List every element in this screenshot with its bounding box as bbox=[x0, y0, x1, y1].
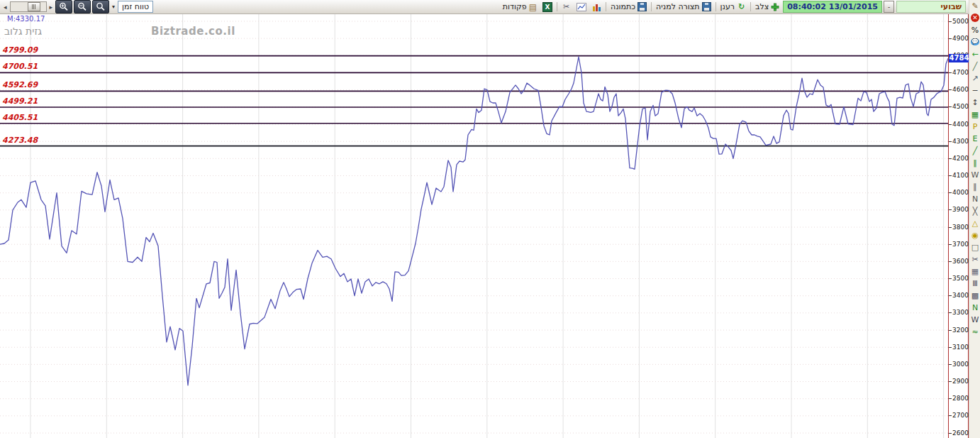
horizontal-line-icon[interactable]: ─ bbox=[970, 84, 980, 97]
levels-icon[interactable]: E bbox=[970, 133, 980, 145]
chart-scrollbar-thumb[interactable] bbox=[28, 2, 40, 11]
axis-tick-label: 4400 bbox=[952, 121, 969, 128]
axis-tick bbox=[949, 261, 952, 262]
zigzag2-icon[interactable]: N bbox=[970, 193, 980, 205]
triangle-icon[interactable]: △ bbox=[970, 217, 980, 229]
floppy-icon bbox=[637, 2, 647, 11]
zigzag-icon[interactable]: W bbox=[970, 169, 980, 181]
trendline-icon[interactable]: ╱ bbox=[970, 60, 980, 72]
axis-tick bbox=[949, 209, 952, 210]
comment-icon[interactable]: 💬 bbox=[971, 38, 979, 45]
channel-icon[interactable]: ∥ bbox=[970, 181, 980, 193]
commands-button[interactable]: ▤ פקודות bbox=[501, 1, 539, 13]
axis-tick-label: 3000 bbox=[952, 361, 969, 368]
axis-tick-label: 4700 bbox=[952, 69, 969, 76]
eraser-icon[interactable]: ✂ bbox=[970, 253, 980, 265]
drawing-tools-toolbar: ✎✕%💬←╱↗─↕▦PE╱‖W∥N╳△◉□✂▦Ⅲ▩NW≈ bbox=[969, 0, 980, 438]
zigzag-green-icon[interactable]: N bbox=[970, 302, 980, 314]
zoom-dropdown-button[interactable]: ▾ bbox=[111, 4, 116, 10]
level-label: 4799.09 bbox=[2, 45, 38, 55]
chart-scrollbar[interactable] bbox=[10, 1, 47, 12]
separator bbox=[651, 2, 652, 11]
scroll-right-button[interactable]: ▸ bbox=[48, 1, 55, 13]
axis-tick bbox=[949, 192, 952, 193]
chart-area[interactable]: M:4330.17 גזית גלוב Biztrade.co.il 4799.… bbox=[0, 14, 948, 438]
zoom-out-icon bbox=[77, 2, 87, 11]
back-arrow-icon[interactable]: ← bbox=[970, 48, 980, 60]
axis-tick-label: 5000 bbox=[952, 18, 969, 25]
percent-icon[interactable]: % bbox=[970, 24, 980, 36]
axis-tick bbox=[949, 433, 952, 434]
chart-title: גזית גלוב bbox=[4, 26, 42, 37]
cursor-value: M:4330.17 bbox=[7, 15, 45, 23]
axis-tick-label: 3400 bbox=[952, 292, 969, 299]
axis-tick-label: 3500 bbox=[952, 275, 969, 282]
separator bbox=[606, 2, 606, 11]
pivot-icon[interactable]: P bbox=[970, 121, 980, 133]
wave-icon[interactable]: ≈ bbox=[970, 326, 980, 338]
ellipse-icon[interactable]: ◉ bbox=[970, 229, 980, 241]
axis-tick-label: 2900 bbox=[952, 378, 969, 385]
line-chart-button[interactable] bbox=[574, 1, 589, 13]
refresh-button[interactable]: ↻ רענן bbox=[718, 1, 749, 13]
scissors-icon: ✂ bbox=[562, 2, 571, 11]
axis-tick bbox=[949, 175, 952, 176]
fibonacci-icon[interactable]: ╱ bbox=[970, 145, 980, 157]
time-range-field[interactable]: טווח זמן bbox=[118, 1, 153, 13]
bar-chart-button[interactable] bbox=[590, 1, 603, 13]
zoom-in-button[interactable] bbox=[55, 0, 72, 13]
close-icon[interactable]: ✕ bbox=[971, 13, 979, 22]
pencil-icon[interactable]: ✎ bbox=[970, 0, 980, 12]
ray-icon[interactable]: ↗ bbox=[970, 72, 980, 84]
axis-tick bbox=[949, 89, 952, 90]
interval-combobox[interactable]: שבועי - bbox=[884, 1, 966, 13]
magnifier-icon bbox=[96, 2, 106, 11]
axis-tick-label: 4000 bbox=[952, 189, 969, 196]
axis-tick bbox=[949, 244, 952, 245]
axis-tick bbox=[949, 295, 952, 296]
axis-tick bbox=[949, 398, 952, 399]
axis-tick-label: 4200 bbox=[952, 155, 969, 162]
price-chart bbox=[0, 14, 948, 438]
axis-tick bbox=[949, 38, 952, 39]
price-axis[interactable]: 5000490048004700460045004400430042004100… bbox=[948, 14, 969, 438]
rectangle-icon[interactable]: □ bbox=[970, 241, 980, 253]
axis-tick bbox=[949, 381, 952, 382]
separator bbox=[557, 2, 557, 11]
crosshair-button[interactable]: צלב bbox=[753, 1, 781, 13]
axis-tick bbox=[949, 141, 952, 142]
zoom-out-button[interactable] bbox=[74, 0, 91, 13]
zoom-in-icon bbox=[59, 2, 69, 11]
interval-dropdown-button[interactable]: - bbox=[884, 1, 894, 13]
zoom-reset-button[interactable] bbox=[92, 0, 109, 13]
axis-tick bbox=[949, 124, 952, 125]
tools-button[interactable]: ✂ bbox=[559, 1, 573, 13]
save-as-image-button[interactable]: כתמונה bbox=[608, 1, 649, 13]
table-icon[interactable]: ▦ bbox=[970, 109, 980, 121]
export-excel-button[interactable]: X bbox=[540, 1, 555, 13]
volume-bars-icon[interactable]: ‖ bbox=[970, 157, 980, 169]
axis-tick-label: 2800 bbox=[952, 395, 969, 402]
axis-tick bbox=[949, 106, 952, 107]
save-stock-config-button[interactable]: תצורה למניה bbox=[654, 1, 713, 13]
level-label: 4273.48 bbox=[2, 136, 38, 145]
level-label: 4499.21 bbox=[2, 97, 38, 106]
cross-lines-icon[interactable]: ╳ bbox=[970, 205, 980, 217]
refresh-icon: ↻ bbox=[737, 2, 746, 11]
axis-tick-label: 4600 bbox=[952, 86, 969, 93]
axis-tick bbox=[949, 364, 952, 365]
bars-icon[interactable]: Ⅲ bbox=[970, 278, 980, 290]
vertical-line-icon[interactable]: ↕ bbox=[970, 97, 980, 109]
separator bbox=[715, 2, 716, 11]
save-as-image-label: כתמונה bbox=[611, 2, 635, 11]
level-label: 4405.51 bbox=[2, 113, 38, 122]
axis-tick-label: 2700 bbox=[952, 412, 969, 419]
pattern-icon[interactable]: ▩ bbox=[970, 290, 980, 302]
refresh-label: רענן bbox=[720, 2, 735, 11]
zigzag-w-icon[interactable]: W bbox=[970, 314, 980, 326]
plus-icon bbox=[771, 3, 779, 11]
grid-icon[interactable]: ▦ bbox=[970, 265, 980, 278]
level-label: 4592.69 bbox=[2, 80, 38, 89]
scroll-left-button[interactable]: ◂ bbox=[2, 1, 9, 13]
interval-value[interactable]: שבועי bbox=[896, 1, 966, 13]
